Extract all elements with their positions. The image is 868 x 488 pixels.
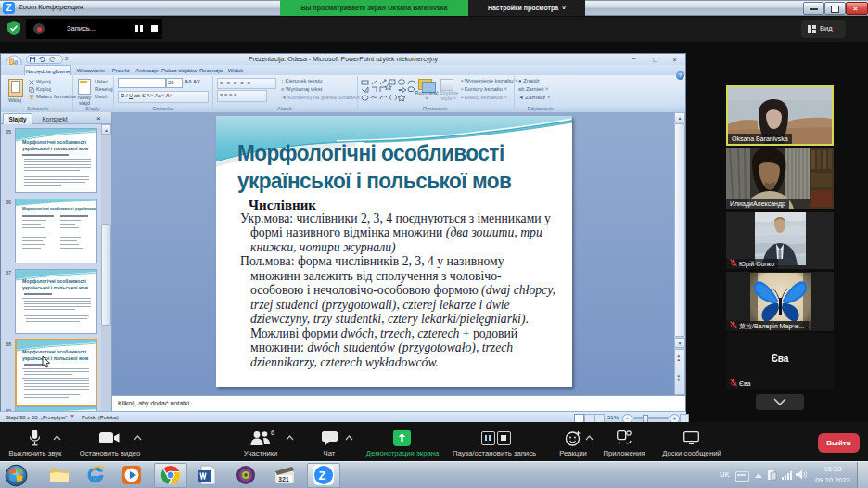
svg-text:321: 321 xyxy=(278,476,289,482)
svg-text:Z: Z xyxy=(319,469,326,482)
